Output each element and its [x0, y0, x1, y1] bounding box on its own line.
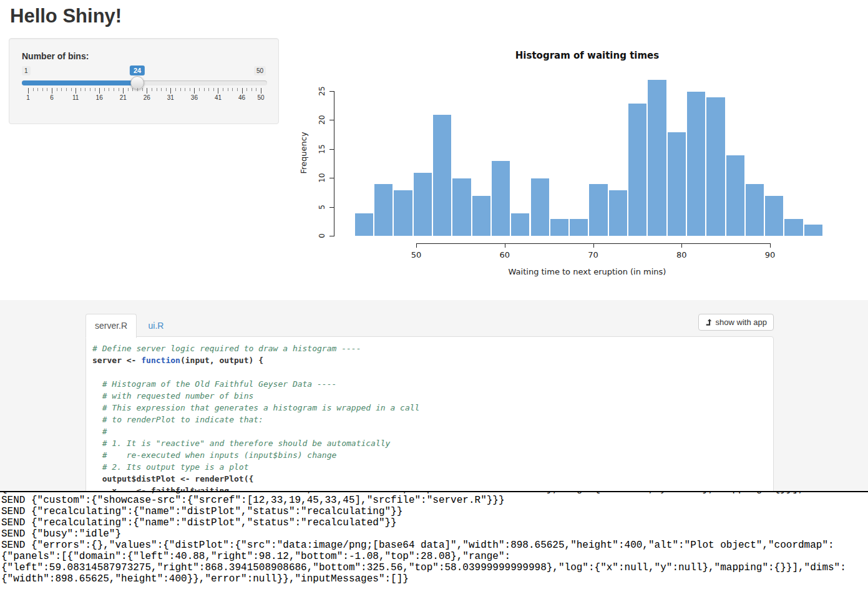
- sidebar-panel: Number of bins: 1 50 24 1611162126313641…: [9, 38, 279, 124]
- slider-tick: [47, 88, 47, 91]
- x-axis-tick-label: 70: [588, 250, 598, 260]
- y-axis-tick-label: 20: [318, 115, 326, 125]
- code-text: (input, output) {: [180, 356, 263, 365]
- slider-tick: [76, 88, 76, 94]
- tab-ui-r[interactable]: ui.R: [140, 314, 173, 338]
- slider-tick-label: 1: [26, 94, 30, 101]
- code-line: server <- function(input, output) {: [92, 354, 767, 366]
- slider-tick: [246, 88, 247, 91]
- slider-tick: [161, 88, 162, 91]
- code-comment: # re-executed when inputs (input$bins) c…: [92, 450, 336, 460]
- slider-tick: [170, 88, 171, 94]
- histogram-bar: [804, 224, 823, 236]
- code-line: # Define server logic required to draw a…: [92, 342, 767, 354]
- slider-tick: [61, 88, 62, 91]
- y-axis-tick: [329, 178, 334, 178]
- y-axis-tick-label: 15: [318, 144, 326, 153]
- histogram-bar: [393, 190, 412, 236]
- y-axis-tick: [329, 149, 334, 150]
- slider-tick-label: 16: [96, 94, 103, 101]
- slider-tick: [185, 88, 185, 91]
- histogram-bar: [647, 79, 666, 236]
- show-with-app-button[interactable]: show with app: [698, 314, 774, 331]
- slider-tick: [104, 88, 105, 91]
- slider-tick: [37, 88, 38, 91]
- console-line: SEND ​{"recalculating":​{"name":"distPlo…: [1, 506, 867, 517]
- slider-tick: [109, 88, 109, 91]
- console-line: SEND ​{"errors":​{},"values":​{"distPlot…: [1, 540, 867, 585]
- histogram-bar: [726, 155, 745, 236]
- x-axis-tick: [505, 243, 505, 248]
- console-line: SEND ​{"busy":"idle"}: [1, 528, 867, 540]
- slider-tick: [128, 88, 129, 91]
- histogram-bar: [510, 213, 530, 236]
- slider-tick: [166, 88, 167, 91]
- tab-server-r[interactable]: server.R: [85, 314, 137, 338]
- x-axis-tick: [593, 243, 594, 248]
- console-line: SEND ​{"recalculating":​{"name":"distPlo…: [1, 517, 867, 528]
- slider-tick: [251, 88, 252, 91]
- slider-tick: [180, 88, 181, 91]
- code-line: [92, 366, 767, 378]
- slider-tick: [99, 88, 100, 94]
- code-line: #: [92, 425, 767, 437]
- histogram-bar: [686, 91, 706, 236]
- code-text: output$distPlot <- renderPlot({: [92, 474, 253, 483]
- slider-tick-label: 31: [167, 94, 174, 101]
- code-comment: # Define server logic required to draw a…: [92, 344, 361, 353]
- y-axis-tick-label: 10: [318, 173, 326, 183]
- slider-tick: [147, 88, 147, 94]
- slider-tick: [213, 88, 214, 91]
- code-comment: #: [92, 427, 107, 436]
- slider-tick: [208, 88, 209, 91]
- histogram-bar: [784, 218, 803, 236]
- code-line: # 1. It is "reactive" and therefore shou…: [92, 437, 767, 449]
- showcase-section: server.R ui.R show with app # Define ser…: [0, 300, 868, 491]
- page-title: Hello Shiny!: [10, 5, 122, 27]
- code-line: # re-executed when inputs (input$bins) c…: [92, 449, 767, 461]
- slider-tick: [199, 88, 200, 91]
- slider-tick: [157, 88, 157, 91]
- x-axis-tick-label: 80: [676, 250, 687, 260]
- code-line: # with requested number of bins: [92, 390, 767, 402]
- histogram-bar: [530, 178, 550, 236]
- slider-tick: [204, 88, 205, 91]
- histogram-bar: [452, 178, 471, 236]
- slider-tick: [256, 88, 256, 91]
- slider-tick: [218, 88, 218, 94]
- histogram-bar: [472, 195, 491, 236]
- slider-max-label: 50: [254, 66, 266, 75]
- slider-tick: [114, 88, 114, 91]
- y-axis-tick: [329, 91, 334, 92]
- slider-tick-label: 46: [238, 94, 245, 101]
- code-line: # Histogram of the Old Faithful Geyser D…: [92, 378, 767, 390]
- x-axis-tick-label: 50: [411, 250, 422, 260]
- x-axis-tick: [770, 243, 771, 248]
- slider-tick: [80, 88, 81, 91]
- histogram-bar: [432, 114, 452, 236]
- histogram-bar: [667, 132, 686, 236]
- code-comment: # 1. It is "reactive" and therefore shou…: [92, 439, 390, 448]
- code-line: # This expression that generates a histo…: [92, 402, 767, 414]
- slider-tick: [190, 88, 190, 91]
- slider-value-badge: 24: [130, 66, 145, 75]
- slider-tick: [242, 88, 243, 94]
- slider-tick: [137, 88, 138, 91]
- slider-tick: [42, 88, 43, 91]
- histogram-bar: [608, 190, 628, 236]
- code-line: x <- faithful$waiting: [92, 485, 767, 491]
- y-axis-tick-label: 5: [318, 205, 326, 210]
- code-line: output$distPlot <- renderPlot({: [92, 473, 767, 485]
- y-axis-line: [334, 91, 334, 236]
- slider-fill: [22, 80, 137, 85]
- console-line: SEND ​{"custom":​{"showcase-src":​{"srcr…: [1, 495, 867, 506]
- slider-tick: [95, 88, 95, 91]
- slider-tick: [152, 88, 152, 91]
- slider-tick: [232, 88, 233, 91]
- plot-x-axis-label: Waiting time to next eruption (in mins): [293, 267, 867, 276]
- slider-tick-label: 36: [191, 94, 198, 101]
- slider-tick: [90, 88, 90, 91]
- level-up-icon: [705, 318, 713, 326]
- slider-tick-label: 21: [120, 94, 127, 101]
- histogram-bar: [491, 160, 510, 236]
